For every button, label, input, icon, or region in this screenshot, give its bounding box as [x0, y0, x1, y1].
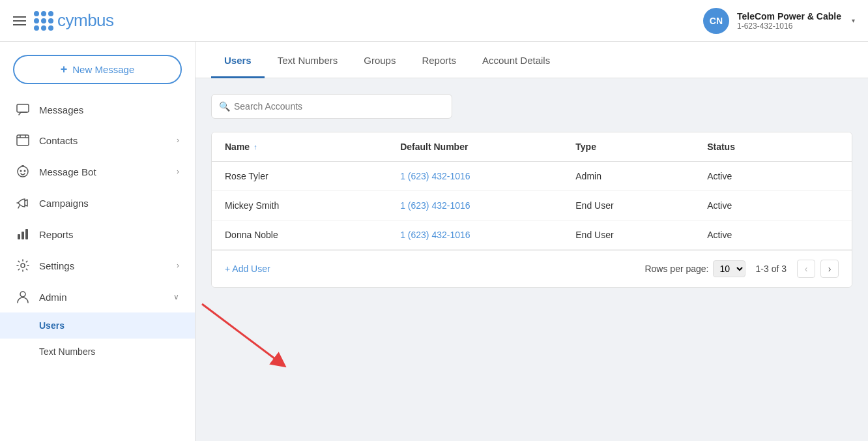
cell-number: 1 (623) 432-1016 [400, 230, 575, 240]
sidebar-subitem-users[interactable]: Users [0, 312, 195, 339]
logo-dots [34, 11, 53, 31]
svg-point-13 [21, 264, 25, 267]
add-user-button[interactable]: + Add User [225, 264, 270, 274]
content-area: Users Text Numbers Groups Reports Accoun… [195, 42, 868, 441]
table-row[interactable]: Rose Tyler 1 (623) 432-1016 Admin Active [212, 162, 852, 191]
svg-rect-12 [25, 229, 28, 239]
tab-text-numbers[interactable]: Text Numbers [265, 42, 351, 78]
company-name: TeleCom Power & Cable [737, 11, 841, 22]
svg-rect-1 [17, 135, 29, 145]
cell-name: Mickey Smith [225, 200, 400, 211]
sidebar-item-admin[interactable]: Admin ∨ [0, 281, 195, 312]
svg-point-6 [20, 170, 22, 172]
settings-icon [16, 259, 30, 272]
page-info: 1-3 of 3 [756, 264, 787, 274]
reports-label: Reports [39, 229, 74, 240]
message-bot-label: Message Bot [39, 166, 96, 177]
svg-point-14 [20, 292, 25, 297]
logo: cymbus [34, 10, 114, 31]
svg-rect-0 [17, 104, 29, 112]
table-header: Name ↑ Default Number Type Status [212, 132, 852, 162]
sidebar-item-contacts[interactable]: Contacts › [0, 125, 195, 156]
message-bot-icon [16, 165, 30, 178]
company-phone: 1-623-432-1016 [737, 22, 841, 31]
table-area: 🔍 Name ↑ Default Number Type Status [195, 78, 868, 441]
new-message-button[interactable]: + New Message [13, 55, 182, 84]
header-left: cymbus [13, 10, 114, 31]
admin-icon [16, 290, 30, 303]
next-page-button[interactable]: › [820, 260, 839, 278]
admin-chevron-icon: ∨ [173, 292, 179, 301]
header: cymbus CN TeleCom Power & Cable 1-623-43… [0, 0, 868, 42]
rows-per-page-label: Rows per page: 10 25 50 [644, 260, 745, 277]
settings-label: Settings [39, 260, 74, 271]
cell-name: Rose Tyler [225, 171, 400, 181]
rows-per-page-select[interactable]: 10 25 50 [713, 260, 745, 277]
sidebar-item-reports[interactable]: Reports [0, 219, 195, 250]
admin-label: Admin [39, 292, 67, 303]
sidebar-item-message-bot[interactable]: Message Bot › [0, 156, 195, 187]
cell-name: Donna Noble [225, 230, 400, 240]
reports-icon [16, 228, 30, 241]
sidebar-item-messages[interactable]: Messages [0, 95, 195, 125]
table-row[interactable]: Mickey Smith 1 (623) 432-1016 End User A… [212, 191, 852, 220]
company-info: TeleCom Power & Cable 1-623-432-1016 [737, 11, 841, 31]
svg-rect-10 [18, 234, 20, 239]
tab-reports[interactable]: Reports [409, 42, 469, 78]
svg-point-7 [24, 170, 26, 172]
main-layout: + New Message Messages Contacts › Messag… [0, 42, 868, 441]
col-name: Name ↑ [225, 142, 400, 152]
search-icon: 🔍 [219, 101, 230, 112]
cell-number: 1 (623) 432-1016 [400, 171, 575, 181]
cell-type: End User [575, 230, 707, 240]
menu-toggle[interactable] [13, 16, 26, 25]
data-table: Name ↑ Default Number Type Status Rose T… [211, 132, 852, 288]
new-message-label: New Message [72, 64, 134, 75]
contacts-icon [16, 134, 30, 147]
campaigns-label: Campaigns [39, 198, 89, 209]
contacts-arrow-icon: › [177, 136, 179, 145]
cell-type: Admin [575, 171, 707, 181]
table-row[interactable]: Donna Noble 1 (623) 432-1016 End User Ac… [212, 220, 852, 250]
chevron-down-icon[interactable]: ▾ [852, 17, 855, 24]
pagination: Rows per page: 10 25 50 1-3 of 3 ‹ › [644, 260, 839, 278]
svg-rect-11 [22, 232, 24, 239]
messages-icon [16, 104, 30, 115]
tab-bar: Users Text Numbers Groups Reports Accoun… [195, 42, 868, 78]
col-status: Status [707, 142, 839, 152]
search-input[interactable] [211, 94, 452, 119]
cell-status: Active [707, 230, 839, 240]
sort-icon[interactable]: ↑ [253, 143, 257, 151]
tab-account-details[interactable]: Account Details [469, 42, 563, 78]
logo-text: cymbus [57, 10, 114, 31]
col-default-number: Default Number [400, 142, 575, 152]
search-wrapper: 🔍 [211, 94, 452, 119]
tab-users[interactable]: Users [211, 42, 265, 78]
message-bot-arrow-icon: › [177, 167, 179, 176]
messages-label: Messages [39, 104, 83, 115]
cell-status: Active [707, 200, 839, 211]
settings-arrow-icon: › [177, 261, 179, 270]
sidebar-item-campaigns[interactable]: Campaigns [0, 187, 195, 219]
add-user-row: + Add User Rows per page: 10 25 50 1-3 o… [212, 250, 852, 287]
cell-number: 1 (623) 432-1016 [400, 200, 575, 211]
sidebar-subitem-text-numbers[interactable]: Text Numbers [0, 339, 195, 365]
cell-status: Active [707, 171, 839, 181]
users-sub-label: Users [39, 320, 65, 331]
sidebar-item-settings[interactable]: Settings › [0, 250, 195, 281]
header-right: CN TeleCom Power & Cable 1-623-432-1016 … [703, 8, 855, 34]
col-type: Type [575, 142, 707, 152]
campaigns-icon [16, 196, 30, 209]
avatar: CN [703, 8, 729, 34]
plus-icon: + [61, 63, 68, 76]
tab-groups[interactable]: Groups [351, 42, 409, 78]
prev-page-button[interactable]: ‹ [797, 260, 815, 278]
text-numbers-sub-label: Text Numbers [39, 346, 95, 357]
cell-type: End User [575, 200, 707, 211]
sidebar: + New Message Messages Contacts › Messag… [0, 42, 195, 441]
contacts-label: Contacts [39, 135, 78, 146]
